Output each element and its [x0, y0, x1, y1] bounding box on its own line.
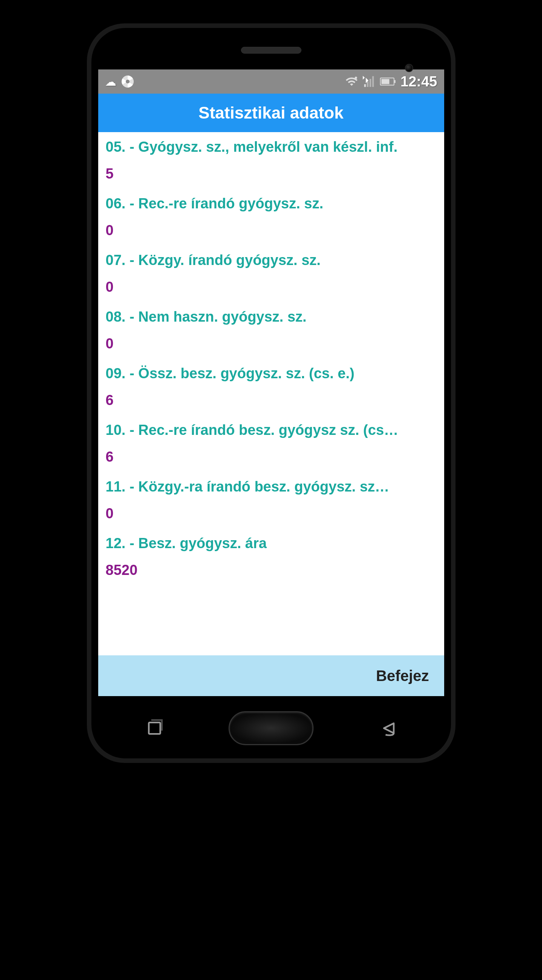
signal-icon	[363, 75, 375, 88]
stat-label: 12. - Besz. gyógysz. ára	[106, 535, 437, 552]
weather-icon: ☁	[105, 75, 116, 88]
stat-value: 8520	[106, 562, 437, 578]
stat-value: 6	[106, 392, 437, 409]
status-right: 12:45	[345, 73, 437, 90]
android-nav-bar	[113, 711, 429, 745]
content-scroll[interactable]: 05. - Gyógysz. sz., melyekről van készl.…	[98, 132, 444, 655]
status-bar: ☁ 12:45	[98, 70, 444, 94]
phone-inner-frame: ☁ 12:45 Statisztikai adatok 05.	[87, 24, 456, 763]
stat-label: 07. - Közgy. írandó gyógysz. sz.	[106, 252, 437, 269]
recent-apps-icon[interactable]	[145, 718, 164, 738]
phone-device-frame: ☁ 12:45 Statisztikai adatok 05.	[78, 15, 464, 771]
stat-row: 05. - Gyógysz. sz., melyekről van készl.…	[106, 132, 437, 189]
stat-value: 0	[106, 222, 437, 239]
stat-label: 05. - Gyógysz. sz., melyekről van készl.…	[106, 139, 437, 155]
stat-value: 0	[106, 336, 437, 352]
stat-row: 08. - Nem haszn. gyógysz. sz. 0	[106, 302, 437, 359]
app-bar: Statisztikai adatok	[98, 94, 444, 132]
bottom-bar: Befejez	[98, 655, 444, 696]
phone-front-camera	[405, 64, 413, 72]
home-button[interactable]	[228, 711, 314, 745]
page-title: Statisztikai adatok	[199, 103, 344, 123]
stat-value: 0	[106, 506, 437, 522]
battery-icon	[380, 76, 396, 86]
aperture-icon	[122, 75, 134, 88]
svg-rect-4	[149, 722, 160, 734]
stat-value: 5	[106, 166, 437, 182]
stat-row: 06. - Rec.-re írandó gyógysz. sz. 0	[106, 189, 437, 245]
stat-label: 11. - Közgy.-ra írandó besz. gyógysz. sz…	[106, 479, 437, 495]
back-icon[interactable]	[378, 718, 397, 738]
svg-rect-2	[394, 80, 395, 83]
stat-row: 12. - Besz. gyógysz. ára 8520	[106, 528, 437, 585]
phone-bezel: ☁ 12:45 Statisztikai adatok 05.	[91, 28, 451, 759]
stat-row: 09. - Össz. besz. gyógysz. sz. (cs. e.) …	[106, 359, 437, 415]
screen: ☁ 12:45 Statisztikai adatok 05.	[98, 70, 444, 696]
stat-value: 0	[106, 279, 437, 295]
status-clock: 12:45	[400, 73, 437, 90]
stat-label: 06. - Rec.-re írandó gyógysz. sz.	[106, 196, 437, 212]
stat-label: 09. - Össz. besz. gyógysz. sz. (cs. e.)	[106, 366, 437, 382]
wifi-icon	[345, 75, 358, 88]
stat-label: 08. - Nem haszn. gyógysz. sz.	[106, 309, 437, 325]
status-left: ☁	[105, 75, 134, 88]
stat-value: 6	[106, 449, 437, 465]
stat-row: 11. - Közgy.-ra írandó besz. gyógysz. sz…	[106, 472, 437, 528]
stat-row: 07. - Közgy. írandó gyógysz. sz. 0	[106, 245, 437, 302]
phone-speaker	[241, 47, 301, 54]
svg-rect-3	[381, 79, 389, 84]
stat-row: 10. - Rec.-re írandó besz. gyógysz sz. (…	[106, 415, 437, 472]
finish-button[interactable]: Befejez	[376, 667, 429, 684]
svg-point-0	[355, 76, 357, 79]
stat-label: 10. - Rec.-re írandó besz. gyógysz sz. (…	[106, 422, 437, 438]
